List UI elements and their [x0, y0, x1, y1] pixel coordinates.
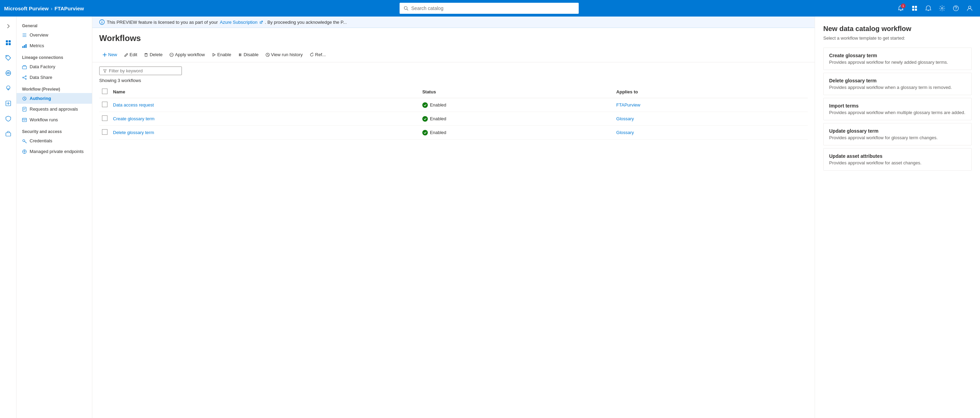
- preview-text: This PREVIEW feature is licensed to you …: [107, 20, 218, 25]
- tag-icon[interactable]: [2, 51, 15, 65]
- home-icon[interactable]: [2, 36, 15, 49]
- table-row: Create glossary term Enabled Glossary: [99, 112, 808, 126]
- credentials-icon: [22, 139, 27, 144]
- requests-icon: [22, 107, 27, 112]
- user-icon[interactable]: [964, 2, 976, 14]
- svg-rect-56: [240, 53, 241, 56]
- bulb-icon[interactable]: [2, 81, 15, 95]
- sidebar-item-credentials[interactable]: Credentials: [16, 136, 92, 146]
- sidebar-item-metrics[interactable]: Metrics: [16, 40, 92, 51]
- disable-button[interactable]: Disable: [235, 49, 262, 60]
- applies-to-link-1[interactable]: Glossary: [616, 116, 634, 121]
- workflow-name-link-1[interactable]: Create glossary term: [113, 116, 155, 121]
- toolbar: New Edit Delete: [92, 47, 815, 62]
- template-card-create-glossary-term[interactable]: Create glossary term Provides approval w…: [823, 48, 972, 70]
- search-input[interactable]: [411, 5, 575, 11]
- history-icon: [266, 53, 270, 57]
- sidebar-item-managed-endpoints[interactable]: Managed private endpoints: [16, 146, 92, 157]
- select-all-checkbox[interactable]: [102, 89, 107, 94]
- edit-label: Edit: [129, 52, 137, 57]
- sidebar-item-workflow-runs[interactable]: Workflow runs: [16, 115, 92, 125]
- template-card-update-asset-attributes[interactable]: Update asset attributes Provides approva…: [823, 148, 972, 171]
- svg-rect-4: [915, 6, 917, 8]
- delete-button[interactable]: Delete: [140, 49, 166, 60]
- brand-logo: Microsoft Purview › FTAPurview: [4, 5, 84, 11]
- svg-rect-51: [145, 54, 147, 56]
- sidebar-label-managed-endpoints: Managed private endpoints: [30, 149, 84, 154]
- page-header: Workflows: [92, 28, 815, 47]
- sidebar-label-data-share: Data Share: [30, 75, 52, 80]
- svg-rect-30: [22, 66, 27, 69]
- expand-icon[interactable]: [2, 19, 15, 33]
- svg-point-2: [900, 10, 901, 11]
- apply-workflow-button[interactable]: Apply workflow: [166, 49, 208, 60]
- new-label: New: [108, 52, 117, 57]
- refresh-button[interactable]: Ref...: [306, 49, 329, 60]
- col-header-applies-to: Applies to: [614, 86, 808, 98]
- sidebar-label-metrics: Metrics: [30, 43, 44, 48]
- enable-button[interactable]: Enable: [208, 49, 235, 60]
- showing-count: Showing 3 workflows: [99, 78, 808, 83]
- new-button[interactable]: New: [99, 49, 121, 60]
- map-icon[interactable]: [2, 66, 15, 80]
- puzzle-icon[interactable]: [2, 96, 15, 110]
- bell-icon[interactable]: [922, 2, 934, 14]
- authoring-icon: [22, 96, 27, 101]
- sidebar-item-data-share[interactable]: Data Share: [16, 72, 92, 83]
- svg-line-34: [24, 76, 25, 77]
- filter-row: [99, 67, 808, 75]
- svg-rect-5: [912, 9, 914, 11]
- chart-icon: [22, 43, 27, 48]
- settings-icon[interactable]: [936, 2, 948, 14]
- sidebar-item-data-factory[interactable]: Data Factory: [16, 61, 92, 72]
- svg-rect-40: [22, 118, 27, 122]
- svg-point-10: [969, 6, 971, 9]
- briefcase-icon[interactable]: [2, 127, 15, 140]
- svg-point-43: [23, 140, 25, 142]
- svg-marker-54: [213, 53, 215, 56]
- applies-to-link-2[interactable]: Glossary: [616, 130, 634, 135]
- filter-input[interactable]: [109, 68, 178, 73]
- grid-icon[interactable]: [908, 2, 921, 14]
- sidebar-item-overview[interactable]: Overview: [16, 30, 92, 40]
- svg-point-48: [102, 21, 102, 21]
- status-dot-2: [422, 130, 428, 136]
- tenant-name: FTAPurview: [54, 5, 84, 11]
- view-run-history-button[interactable]: View run history: [262, 49, 306, 60]
- plus-icon: [103, 53, 107, 57]
- template-title-1: Delete glossary term: [829, 78, 966, 83]
- template-card-delete-glossary-term[interactable]: Delete glossary term Provides approval w…: [823, 73, 972, 95]
- edit-button[interactable]: Edit: [121, 49, 140, 60]
- row-checkbox-0[interactable]: [102, 102, 107, 107]
- azure-subscription-link[interactable]: Azure Subscription: [220, 20, 263, 25]
- sidebar-label-workflow-runs: Workflow runs: [30, 117, 58, 122]
- svg-rect-29: [25, 44, 27, 48]
- list-icon: [22, 33, 27, 38]
- workflow-name-link-2[interactable]: Delete glossary term: [113, 130, 154, 135]
- sidebar-label-overview: Overview: [30, 32, 48, 38]
- help-icon[interactable]: [950, 2, 962, 14]
- disable-label: Disable: [243, 52, 258, 57]
- template-card-import-terms[interactable]: Import terms Provides approval workflow …: [823, 98, 972, 120]
- template-card-update-glossary-term[interactable]: Update glossary term Provides approval w…: [823, 123, 972, 145]
- sidebar-item-authoring[interactable]: Authoring: [16, 93, 92, 104]
- svg-line-35: [24, 78, 25, 78]
- notification-icon[interactable]: 1: [894, 2, 907, 14]
- edit-icon: [124, 53, 128, 57]
- enable-icon: [212, 53, 216, 57]
- shield-icon[interactable]: [2, 112, 15, 125]
- row-checkbox-2[interactable]: [102, 129, 107, 135]
- workflow-name-link-0[interactable]: Data access request: [113, 102, 154, 107]
- col-header-status: Status: [420, 86, 614, 98]
- svg-point-7: [942, 8, 943, 9]
- svg-rect-3: [912, 6, 914, 8]
- template-desc-4: Provides approval workflow for asset cha…: [829, 160, 966, 165]
- row-checkbox-1[interactable]: [102, 115, 107, 121]
- view-run-history-label: View run history: [271, 52, 303, 57]
- template-cards-container: Create glossary term Provides approval w…: [823, 48, 972, 171]
- applies-to-link-0[interactable]: FTAPurview: [616, 102, 640, 107]
- template-desc-2: Provides approval workflow when multiple…: [829, 110, 966, 115]
- svg-rect-12: [9, 40, 11, 42]
- brand-separator: ›: [51, 5, 52, 11]
- sidebar-item-requests[interactable]: Requests and approvals: [16, 104, 92, 115]
